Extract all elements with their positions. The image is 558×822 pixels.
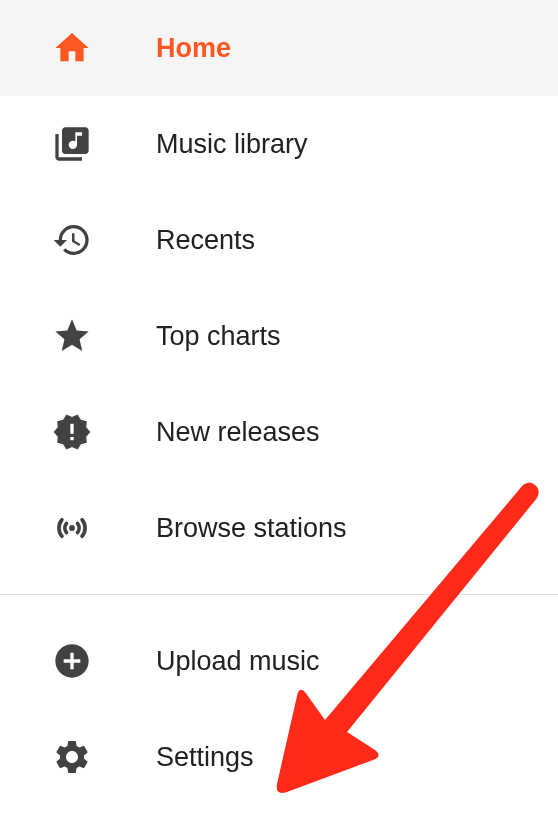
nav-secondary-section: Upload music Settings [0,613,558,805]
nav-item-label: Upload music [156,646,320,677]
nav-item-label: Music library [156,129,308,160]
new-releases-icon [50,410,94,454]
nav-divider [0,594,558,595]
recents-icon [50,218,94,262]
nav-item-music-library[interactable]: Music library [0,96,558,192]
radio-icon [50,506,94,550]
music-library-icon [50,122,94,166]
nav-item-label: New releases [156,417,320,448]
nav-item-label: Top charts [156,321,281,352]
nav-item-label: Recents [156,225,255,256]
nav-item-home[interactable]: Home [0,0,558,96]
nav-item-label: Home [156,33,231,64]
nav-item-settings[interactable]: Settings [0,709,558,805]
home-icon [50,26,94,70]
svg-point-0 [69,525,75,531]
star-icon [50,314,94,358]
nav-item-new-releases[interactable]: New releases [0,384,558,480]
nav-item-label: Browse stations [156,513,347,544]
nav-main-section: Home Music library Recents Top charts [0,0,558,576]
nav-item-browse-stations[interactable]: Browse stations [0,480,558,576]
nav-item-label: Settings [156,742,254,773]
add-circle-icon [50,639,94,683]
nav-item-top-charts[interactable]: Top charts [0,288,558,384]
gear-icon [50,735,94,779]
nav-item-upload-music[interactable]: Upload music [0,613,558,709]
nav-item-recents[interactable]: Recents [0,192,558,288]
